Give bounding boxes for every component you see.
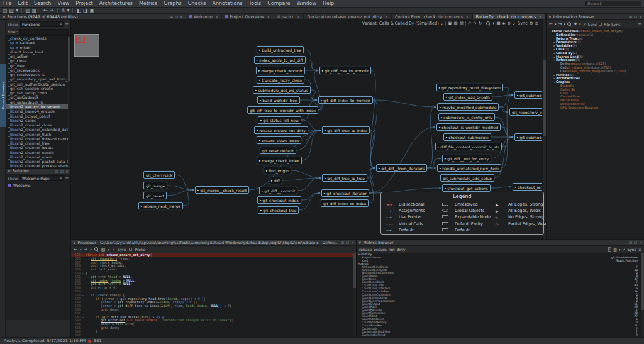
graph-node-rebensure[interactable]: ▸rebase_ensure_not_dirty <box>254 126 308 134</box>
layout-right-icon[interactable]: ◨ <box>83 8 88 13</box>
function-list-item[interactable]: _libssh2_channel_free <box>6 141 70 145</box>
info-icon[interactable]: i <box>608 247 611 252</box>
expand-triangle-icon[interactable]: ▸ <box>259 48 260 52</box>
back-icon[interactable]: ← <box>549 21 553 26</box>
error-dot-icon[interactable] <box>88 340 91 343</box>
function-list-item[interactable]: _git_repository_open_ext_from_env <box>6 77 70 81</box>
graph-node-g_sub2[interactable]: ▸git_submodule_ <box>514 133 546 141</box>
graph-node-f_subadd[interactable]: git_submodule_add_setup <box>440 174 494 182</box>
undo-icon[interactable]: ↶ <box>468 21 471 26</box>
sync-check-icon[interactable]: ✓ <box>112 247 115 252</box>
expand-triangle-icon[interactable]: ▸ <box>445 187 446 190</box>
function-list-item[interactable]: _libssh2_channel_flush <box>6 132 70 136</box>
graph-node-f_cosub[interactable]: ▸checkout_submodule <box>443 133 491 141</box>
graph-node-f_diffcommitstr[interactable]: ▸diff_file_content_commit_to_str <box>435 143 502 150</box>
expand-triangle-icon[interactable]: ▸ <box>517 136 518 139</box>
float-icon[interactable]: ⊞ <box>341 240 344 245</box>
function-list-item[interactable]: _libssh2_channel_extended_data <box>6 127 70 131</box>
previewer-scrollbar[interactable] <box>353 253 356 338</box>
graph-node-resetdef[interactable]: git_reset_default <box>260 147 296 154</box>
zoom-icon[interactable] <box>486 21 491 26</box>
float-icon[interactable]: ⊞ <box>629 240 632 245</box>
close-icon[interactable]: × <box>180 14 183 19</box>
graph-node-coindex[interactable]: ▸git_checkout_index <box>257 196 301 204</box>
open-caret-icon[interactable]: ▾ <box>16 8 18 13</box>
expand-triangle-icon[interactable]: ▸ <box>257 58 258 62</box>
graph-node-buildwd[interactable]: ▸build_workdir_tree <box>257 96 300 104</box>
close-icon[interactable]: × <box>639 240 642 245</box>
menu-item-tools[interactable]: Tools <box>245 1 264 6</box>
tab-close-icon[interactable]: × <box>385 14 388 19</box>
float-icon[interactable]: ⊞ <box>629 14 632 19</box>
overview-icon[interactable]: ▦ <box>496 21 500 26</box>
show-dropdown[interactable]: Functions▾ <box>20 21 64 27</box>
dock-icon[interactable]: ⊡ <box>634 240 637 245</box>
graph-node-from_iter[interactable]: ▸git_diff__from_iterators <box>376 164 427 172</box>
dependency-caret-icon[interactable]: ▾ <box>67 8 69 13</box>
graph-node-subwd[interactable]: ▸submodule_get_wd_status <box>253 86 311 94</box>
function-list-item[interactable]: _libssh2_channel_forward_cancel <box>6 136 70 141</box>
tab-close-icon[interactable]: × <box>539 14 542 19</box>
graph-node-d_idxidx[interactable]: git_diff_index_to_index <box>321 199 369 207</box>
sync-check-icon[interactable]: ✓ <box>622 247 625 252</box>
functions-list-scrollbar[interactable] <box>68 36 70 168</box>
probe-label[interactable]: Probe <box>135 247 145 252</box>
graph-node-cherrypick[interactable]: git_cherrypick <box>143 171 175 179</box>
error-count-badge[interactable]: 551 <box>94 338 101 343</box>
graph-node-g_coremain[interactable]: ▸checkout_remainin <box>513 183 546 191</box>
expand-triangle-icon[interactable]: ▸ <box>439 126 440 129</box>
collapse-chevron-icon[interactable]: ∨ <box>73 240 75 245</box>
graph-node-f_addbypath[interactable]: ▸git_index_add_bypath <box>443 93 492 101</box>
graph-node-f_subcfg[interactable]: ▸submodule_is_config_only <box>438 113 495 121</box>
menu-item-architectures[interactable]: Architectures <box>96 1 136 6</box>
close-icon[interactable]: × <box>639 14 642 19</box>
tab-butterfly-check-dir-contents[interactable]: ∴Butterfly _check_dir_contents× <box>473 14 546 19</box>
graph-node-ensureclean[interactable]: ▸ensure_clean_index <box>257 136 301 144</box>
layout-left-icon[interactable]: ◧ <box>76 8 81 13</box>
function-list-item[interactable]: _cp_r_mkdir <box>6 45 70 50</box>
copy-icon[interactable]: ▣ <box>448 21 452 26</box>
close-icon[interactable]: × <box>351 240 354 245</box>
function-list-item[interactable]: _git_receivepack <box>6 68 70 72</box>
selector-item-welcome[interactable]: Welcome <box>6 182 70 189</box>
graph-node-revert[interactable]: git_revert <box>143 192 167 199</box>
graph-node-f_oid[interactable]: ▸git_diff__oid_for_entry <box>442 155 491 162</box>
graph-node-findorigin[interactable]: ▸find_origin <box>264 167 291 174</box>
menu-item-view[interactable]: View <box>54 1 72 6</box>
expand-triangle-icon[interactable]: ▸ <box>446 136 447 139</box>
expand-triangle-icon[interactable]: ▸ <box>441 116 442 119</box>
menu-item-compare[interactable]: Compare <box>264 1 293 6</box>
expand-triangle-icon[interactable]: ▸ <box>266 169 267 172</box>
close-icon[interactable]: × <box>65 169 69 174</box>
forward-icon[interactable]: → <box>50 8 54 13</box>
file-sync-label[interactable]: File Sync <box>604 22 620 26</box>
print-icon[interactable]: ▤ <box>453 21 457 26</box>
tab-close-icon[interactable]: × <box>215 14 218 19</box>
save-all-icon[interactable]: ▦ <box>32 8 37 13</box>
zoom-in-icon[interactable]: ⊕ <box>508 21 511 26</box>
redo-icon[interactable]: ↷ <box>473 21 476 26</box>
expand-triangle-icon[interactable]: ▸ <box>438 145 439 148</box>
function-list-item[interactable]: _libssh2_channel_nextid <box>6 150 70 155</box>
function-list-item[interactable]: _libssh2_channel_locate <box>6 145 70 150</box>
dock-icon[interactable]: ⊡ <box>60 169 64 174</box>
function-list-item[interactable]: _libssh2_calloc <box>6 118 70 123</box>
zoom-caret-icon[interactable]: ▾ <box>492 21 494 26</box>
expand-triangle-icon[interactable]: ▸ <box>271 179 272 182</box>
menu-item-project[interactable]: Project <box>72 1 96 6</box>
expand-triangle-icon[interactable]: ▸ <box>197 189 199 192</box>
expand-triangle-icon[interactable]: ▸ <box>446 96 447 99</box>
sidebar-menu-icon[interactable]: ≡ <box>65 21 69 26</box>
expand-triangle-icon[interactable]: ▸ <box>258 69 260 72</box>
collapse-chevron-icon[interactable]: ∨ <box>548 14 552 19</box>
graph-node-mergeidx[interactable]: ▸merge_check_index <box>257 157 302 164</box>
menu-item-file[interactable]: File <box>0 1 14 6</box>
graph-node-mergewd[interactable]: ▸merge_check_workdir <box>256 67 305 74</box>
ib-menu-icon[interactable]: ≡ <box>638 21 641 26</box>
filter-input[interactable] <box>19 29 69 35</box>
expand-triangle-icon[interactable]: ▸ <box>255 89 257 92</box>
tab-control-flow-check-dir-contents[interactable]: ∴Control Flow _check_dir_contents× <box>392 14 473 19</box>
collapse-chevron-icon[interactable]: ∨ <box>8 169 11 174</box>
source-code-view[interactable]: 525▾static int rebase_ensure_not_dirty(5… <box>71 253 356 338</box>
expand-triangle-icon[interactable]: ▸ <box>259 79 260 82</box>
